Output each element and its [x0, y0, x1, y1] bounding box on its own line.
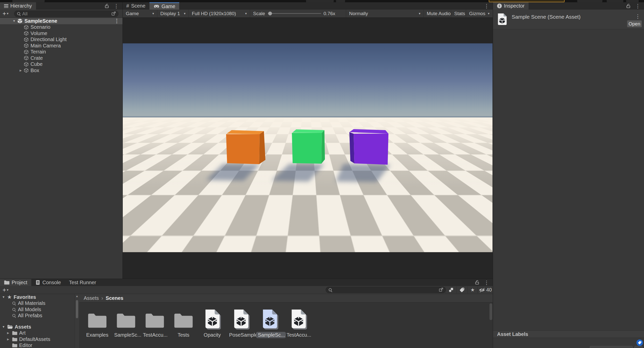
asset-item[interactable]: PoseSample — [227, 307, 255, 338]
asset-item[interactable]: Examples — [84, 307, 111, 338]
hierarchy-row[interactable]: Crate — [0, 55, 122, 61]
lock-icon[interactable] — [104, 3, 110, 9]
project-search[interactable] — [326, 287, 446, 293]
asset-item[interactable]: TestAccu... — [141, 307, 168, 338]
breadcrumb: Assets › Scenes — [79, 294, 493, 303]
assetbundle-dropdown-cutoff[interactable] — [590, 346, 633, 348]
play-controls-highlighted[interactable] — [489, 0, 565, 2]
gameobject-cube-icon — [24, 49, 29, 54]
display-dropdown[interactable]: Display 1 ▾ — [157, 10, 189, 17]
tab-test-runner[interactable]: Test Runner — [65, 279, 100, 286]
foldout-collapsed-icon[interactable]: ▶ — [18, 69, 24, 72]
game-tabbar: # Scene Game ⋮ — [123, 2, 493, 10]
tree-scrollbar[interactable]: ▲ — [75, 294, 79, 348]
hidden-packages-toggle[interactable]: 40 — [477, 286, 493, 293]
search-icon — [328, 288, 332, 292]
panel-menu-icon[interactable]: ⋮ — [114, 3, 119, 9]
create-object-button[interactable]: + ▾ — [0, 10, 11, 17]
open-search-window-icon[interactable] — [111, 11, 116, 16]
asset-item[interactable]: SampleSc... — [256, 307, 283, 338]
hierarchy-row[interactable]: Main Camera — [0, 43, 122, 49]
tree-row-all-models[interactable]: All Models — [0, 306, 75, 313]
scrollbar-thumb[interactable] — [76, 300, 78, 318]
asset-label: TestAccu... — [285, 332, 313, 338]
scale-slider-knob[interactable] — [268, 12, 272, 15]
asset-item[interactable]: SampleSc... — [112, 307, 140, 338]
hierarchy-row[interactable]: Volume — [0, 30, 122, 37]
foldout-collapsed-icon[interactable]: ▶ — [7, 331, 10, 335]
tree-row-editor[interactable]: Editor — [0, 342, 75, 348]
gameobject-cube-icon — [24, 37, 29, 42]
folder-icon — [4, 280, 10, 285]
asset-item[interactable]: Opacity — [199, 307, 226, 338]
toolbar-button-group[interactable] — [626, 0, 639, 2]
tab-hierarchy[interactable]: Hierarchy — [0, 2, 36, 10]
tag-icon — [638, 341, 642, 345]
scroll-up-icon[interactable]: ▲ — [76, 295, 78, 298]
tab-scene[interactable]: # Scene — [123, 2, 149, 10]
panel-menu-icon[interactable]: ⋮ — [635, 3, 640, 9]
hierarchy-row[interactable]: Cube — [0, 61, 122, 68]
asset-item[interactable]: Tests — [170, 307, 197, 338]
game-target-dropdown[interactable]: Game ▾ — [123, 10, 157, 17]
row-menu-icon[interactable]: ⋮ — [114, 18, 119, 23]
hierarchy-row[interactable]: Terrain — [0, 49, 122, 55]
foldout-expanded-icon[interactable]: ▼ — [2, 325, 6, 329]
create-asset-button[interactable]: + ▾ — [0, 286, 11, 294]
tree-row-all-materials[interactable]: All Materials — [0, 300, 75, 307]
asset-menu-icon[interactable]: ⋮ — [635, 14, 640, 19]
folder-icon — [12, 337, 17, 341]
asset-label-tag-button[interactable] — [636, 339, 643, 346]
hierarchy-row[interactable]: ▶ Box — [0, 67, 122, 74]
hierarchy-row[interactable]: Scenario — [0, 24, 122, 31]
breadcrumb-root[interactable]: Assets — [84, 295, 99, 301]
stats-button[interactable]: Stats — [451, 10, 466, 17]
lock-icon[interactable] — [626, 3, 631, 9]
foldout-collapsed-icon[interactable]: ▶ — [7, 338, 10, 341]
hierarchy-search[interactable]: All — [14, 11, 118, 17]
gizmos-dropdown[interactable]: Gizmos ▾ — [466, 10, 490, 17]
tab-console[interactable]: Console — [31, 279, 65, 286]
tree-row-all-prefabs[interactable]: All Prefabs — [0, 313, 75, 319]
folder-icon — [12, 343, 17, 347]
resolution-dropdown[interactable]: Full HD (1920x1080) ▾ — [189, 10, 250, 17]
search-by-label-button[interactable] — [456, 286, 468, 293]
tab-project[interactable]: Project — [0, 279, 31, 286]
toolbar-button-group[interactable] — [12, 0, 45, 2]
hierarchy-row[interactable]: Directional Light — [0, 37, 122, 43]
scale-slider[interactable] — [268, 13, 321, 14]
open-search-window-icon[interactable] — [439, 287, 444, 292]
play-mode-dropdown[interactable]: Normally ▾ — [346, 10, 424, 17]
search-by-type-button[interactable] — [445, 286, 456, 293]
tab-game[interactable]: Game — [149, 2, 179, 10]
content-scrollbar-thumb[interactable] — [489, 303, 492, 320]
chevron-down-icon: ▾ — [7, 288, 9, 292]
asset-labels-header[interactable]: Asset Labels — [493, 330, 644, 338]
panel-menu-icon[interactable]: ⋮ — [484, 3, 489, 9]
breadcrumb-separator-icon: › — [101, 295, 103, 302]
toolbar-button-group[interactable] — [336, 0, 345, 2]
open-button[interactable]: Open — [627, 20, 642, 27]
asset-item[interactable]: TestAccu... — [285, 307, 312, 338]
assetbundle-dropdown-cutoff[interactable] — [634, 346, 642, 348]
foldout-expanded-icon[interactable]: ▼ — [11, 19, 17, 23]
panel-menu-icon[interactable]: ⋮ — [484, 280, 489, 285]
toolbar-button-group[interactable] — [577, 0, 602, 2]
inspector-asset-title: Sample Scene (Scene Asset) — [512, 14, 580, 20]
breadcrumb-current[interactable]: Scenes — [106, 295, 123, 301]
tree-row-art[interactable]: ▶ Art — [0, 330, 75, 336]
tree-row-favorites[interactable]: ▼ ★ Favorites — [0, 294, 75, 300]
foldout-expanded-icon[interactable]: ▼ — [2, 295, 7, 299]
lock-icon[interactable] — [474, 280, 480, 285]
favorites-filter-button[interactable]: ★ — [467, 286, 478, 293]
tree-row-assets[interactable]: ▼ Assets — [0, 324, 75, 330]
hierarchy-row-scene[interactable]: ▼ SampleScene ⋮ — [0, 18, 122, 24]
toolbar-button-group[interactable] — [306, 0, 334, 2]
scene-asset-icon — [496, 12, 508, 26]
toolbar-button-group[interactable] — [607, 0, 623, 2]
mute-audio-button[interactable]: Mute Audio — [424, 10, 451, 17]
project-content: Assets › Scenes Examp — [79, 294, 493, 348]
tree-row-defaultassets[interactable]: ▶ DefaultAssets — [0, 336, 75, 342]
asset-label: Tests — [176, 332, 191, 338]
tab-inspector[interactable]: i Inspector — [493, 2, 529, 10]
